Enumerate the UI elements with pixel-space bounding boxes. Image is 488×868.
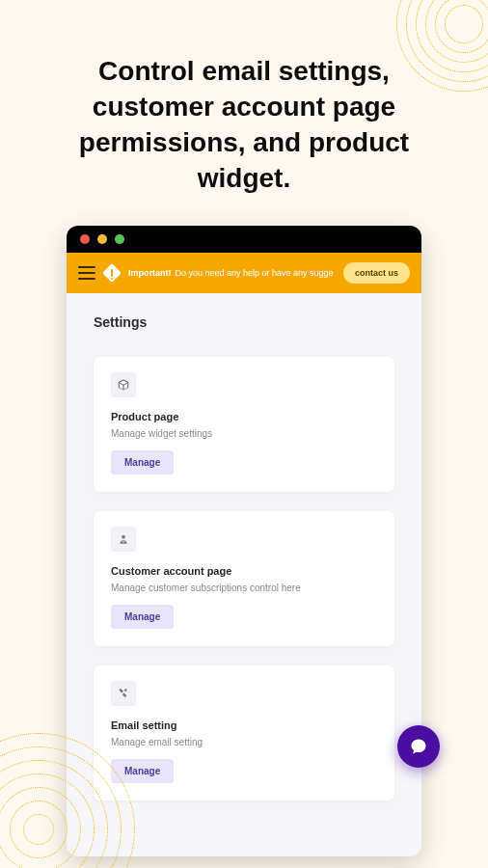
menu-icon[interactable] <box>78 266 95 280</box>
card-product-page: Product page Manage widget settings Mana… <box>94 357 394 492</box>
chat-fab[interactable] <box>397 725 440 768</box>
svg-rect-1 <box>122 540 125 542</box>
window-maximize-dot[interactable] <box>115 234 124 244</box>
page-title: Settings <box>94 314 394 330</box>
card-description: Manage customer subscriptions control he… <box>111 583 377 593</box>
manage-button-email[interactable]: Manage <box>111 759 174 783</box>
card-description: Manage widget settings <box>111 428 377 439</box>
chat-icon <box>409 737 428 756</box>
card-description: Manage email setting <box>111 737 377 747</box>
manage-button-product[interactable]: Manage <box>111 450 174 475</box>
card-title: Product page <box>111 411 377 422</box>
page-headline: Control email settings, customer account… <box>0 0 488 226</box>
device-frame: Important!Do you need any help or have a… <box>67 226 421 856</box>
content-area: Settings Product page Manage widget sett… <box>67 293 421 856</box>
alert-icon <box>102 263 122 283</box>
manage-button-customer[interactable]: Manage <box>111 605 174 629</box>
card-customer-account-page: Customer account page Manage customer su… <box>94 511 394 646</box>
cube-icon <box>111 372 136 397</box>
window-titlebar <box>67 226 421 253</box>
card-email-setting: Email setting Manage email setting Manag… <box>94 665 394 800</box>
alert-banner: Important!Do you need any help or have a… <box>67 253 421 293</box>
banner-text: Important!Do you need any help or have a… <box>128 268 334 278</box>
svg-point-0 <box>122 535 125 539</box>
window-close-dot[interactable] <box>80 234 90 244</box>
contact-us-button[interactable]: contact us <box>343 262 410 284</box>
card-title: Customer account page <box>111 565 377 577</box>
window-minimize-dot[interactable] <box>97 234 107 244</box>
tools-icon <box>111 681 136 706</box>
card-title: Email setting <box>111 719 377 731</box>
user-icon <box>111 527 136 552</box>
